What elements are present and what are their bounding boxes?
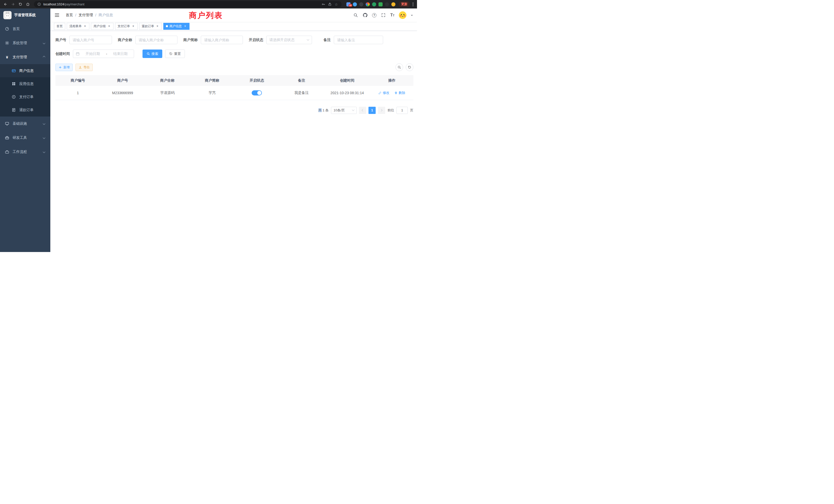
add-button[interactable]: 新增	[56, 64, 73, 71]
sidebar-item-refund-order[interactable]: 退款订单	[0, 104, 50, 116]
date-separator: -	[106, 52, 107, 56]
toggle-search-button[interactable]	[395, 63, 403, 71]
tab-close-icon[interactable]	[131, 24, 135, 28]
search-icon	[147, 52, 150, 55]
export-button[interactable]: 导出	[75, 64, 93, 71]
page-number-button[interactable]: 1	[369, 107, 376, 114]
sidebar-item-pay-order[interactable]: 支付订单	[0, 90, 50, 104]
col-header-actions: 操作	[371, 75, 413, 86]
filter-label: 备注	[324, 38, 331, 42]
extension-icon[interactable]	[391, 2, 395, 6]
extension-icon[interactable]	[366, 2, 370, 6]
sidebar-item-label: 系统管理	[13, 41, 40, 45]
font-size-icon[interactable]	[390, 13, 394, 18]
sidebar-item-app-info[interactable]: 应用信息	[0, 77, 50, 90]
tab-close-icon[interactable]	[107, 24, 111, 28]
address-bar[interactable]: localhost:1024/pay/merchant	[34, 1, 342, 7]
site-info-icon[interactable]	[37, 2, 41, 6]
extension-icon[interactable]	[359, 2, 363, 6]
merchant-no-input[interactable]	[69, 36, 112, 44]
breadcrumb-pay[interactable]: 支付管理	[79, 13, 93, 18]
extension-icon[interactable]	[385, 2, 389, 6]
gear-icon	[5, 41, 9, 45]
github-icon[interactable]	[363, 13, 368, 18]
browser-back-button[interactable]	[3, 2, 8, 7]
page-size-select[interactable]: 10条/页	[331, 107, 357, 114]
user-avatar[interactable]	[399, 11, 407, 19]
status-select[interactable]: 请选择开启状态	[266, 36, 312, 44]
hamburger-icon[interactable]	[54, 13, 60, 18]
yen-icon: ¥	[5, 55, 9, 59]
sidebar-item-label: 应用信息	[19, 82, 45, 86]
select-placeholder: 请选择开启状态	[269, 38, 294, 42]
bookmark-star-icon[interactable]	[334, 2, 338, 6]
reset-button[interactable]: 重置	[165, 49, 185, 58]
col-header-merchant-no: 商户号	[100, 75, 145, 86]
sidebar-item-dev-tools[interactable]: 研发工具	[0, 131, 50, 145]
browser-reload-button[interactable]	[18, 2, 23, 7]
col-header-remark: 备注	[279, 75, 324, 86]
chevron-right-icon	[380, 109, 382, 112]
trash-icon	[394, 91, 397, 94]
search-button[interactable]: 搜索	[142, 49, 162, 58]
full-name-input[interactable]	[135, 36, 177, 44]
edit-button[interactable]: 修改	[378, 91, 389, 95]
date-range-picker[interactable]: 开始日期 - 结束日期	[73, 49, 134, 58]
app-logo[interactable]: 芋道管理系统	[0, 8, 50, 22]
next-page-button[interactable]	[378, 107, 385, 114]
table-header-row: 商户编号 商户号 商户全称 商户简称 开启状态 备注 创建时间 操作	[56, 75, 413, 86]
extension-icon[interactable]	[372, 2, 376, 6]
share-icon[interactable]	[328, 2, 332, 6]
pagination-total-rest: 1 条	[322, 108, 329, 112]
goto-page-input[interactable]	[396, 107, 408, 114]
tab-process-form[interactable]: 流程表单	[67, 23, 89, 30]
tab-close-icon[interactable]	[83, 24, 87, 28]
chevron-down-icon	[43, 151, 45, 153]
extension-icon[interactable]	[353, 2, 357, 6]
sidebar-item-workflow[interactable]: 工作流程	[0, 145, 50, 159]
tab-merchant-info[interactable]: 商户信息	[163, 23, 190, 30]
merchant-table: 商户编号 商户号 商户全称 商户简称 开启状态 备注 创建时间 操作 1 M23…	[56, 75, 413, 100]
avatar-caret-icon[interactable]	[411, 15, 413, 17]
url-host: localhost:1024	[43, 3, 64, 6]
browser-home-button[interactable]	[25, 2, 30, 7]
help-icon[interactable]	[372, 13, 376, 18]
browser-update-button[interactable]: 更新	[399, 1, 410, 7]
remark-input[interactable]	[334, 36, 383, 44]
sidebar-menu: 首页 系统管理 ¥ 支付管理 商户信息	[0, 22, 50, 159]
tab-pay-order[interactable]: 支付订单	[115, 23, 138, 30]
tab-home[interactable]: 首页	[54, 23, 65, 30]
sidebar-item-merchant-info[interactable]: 商户信息	[0, 64, 50, 77]
extension-icon[interactable]	[378, 2, 382, 6]
page-annotation: 商户列表	[189, 10, 223, 21]
short-name-input[interactable]	[201, 36, 243, 44]
chevron-up-icon	[43, 56, 45, 59]
password-key-icon[interactable]	[321, 2, 326, 6]
active-tab-dot	[166, 25, 168, 27]
search-icon[interactable]	[353, 13, 358, 18]
tab-close-icon[interactable]	[156, 24, 159, 28]
edit-button-label: 修改	[382, 91, 389, 95]
sidebar-item-system[interactable]: 系统管理	[0, 36, 50, 50]
status-toggle[interactable]	[251, 90, 262, 95]
chevron-left-icon	[362, 109, 364, 112]
tab-user-group[interactable]: 用户分组	[91, 23, 113, 30]
extension-icon[interactable]: 10	[346, 2, 351, 6]
fullscreen-icon[interactable]	[381, 13, 386, 18]
pagination-total: 共 1 条	[319, 108, 329, 113]
delete-button[interactable]: 删除	[394, 91, 405, 95]
tab-close-icon[interactable]	[183, 24, 187, 28]
sidebar-item-label: 研发工具	[13, 136, 40, 140]
page-content: 商户号 商户全称 商户简称 开启状态 请选择开启状态	[50, 31, 417, 252]
browser-menu-icon[interactable]	[412, 3, 414, 6]
sidebar-item-infrastructure[interactable]: 基础设施	[0, 116, 50, 131]
sidebar-item-home[interactable]: 首页	[0, 22, 50, 36]
tab-refund-order[interactable]: 退款订单	[139, 23, 162, 30]
browser-forward-button[interactable]	[10, 2, 16, 7]
prev-page-button[interactable]	[359, 107, 366, 114]
sidebar-item-pay[interactable]: ¥ 支付管理	[0, 50, 50, 64]
reset-button-label: 重置	[174, 51, 181, 56]
breadcrumb-home[interactable]: 首页	[66, 13, 73, 18]
chevron-down-icon	[352, 109, 355, 111]
refresh-table-button[interactable]	[406, 63, 413, 71]
